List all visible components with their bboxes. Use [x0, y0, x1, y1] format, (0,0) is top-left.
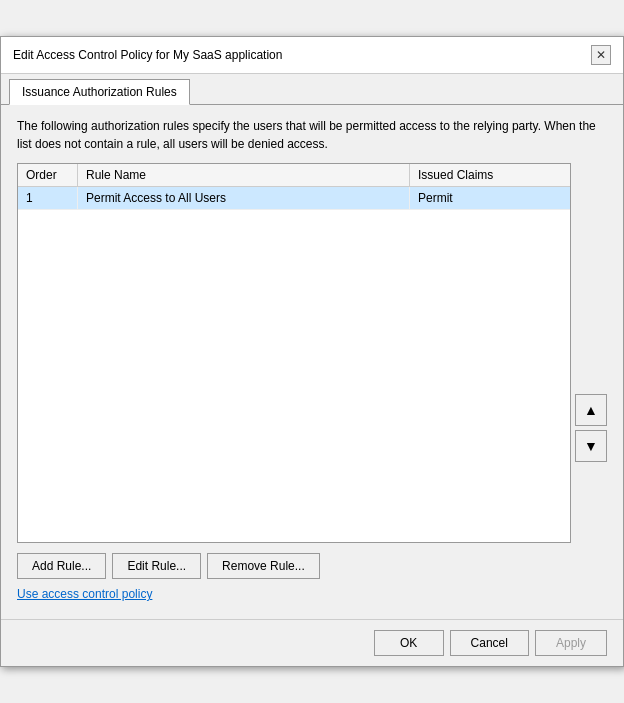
- edit-rule-button[interactable]: Edit Rule...: [112, 553, 201, 579]
- tab-bar: Issuance Authorization Rules: [1, 78, 623, 105]
- arrow-down-icon: ▼: [584, 438, 598, 454]
- cancel-button[interactable]: Cancel: [450, 630, 529, 656]
- cell-order: 1: [18, 187, 78, 209]
- description-text: The following authorization rules specif…: [17, 117, 607, 153]
- move-up-button[interactable]: ▲: [575, 394, 607, 426]
- arrow-up-icon: ▲: [584, 402, 598, 418]
- access-control-policy-link[interactable]: Use access control policy: [17, 587, 152, 601]
- col-header-rulename: Rule Name: [78, 164, 410, 186]
- ok-button[interactable]: OK: [374, 630, 444, 656]
- rules-table: Order Rule Name Issued Claims 1 Permit A…: [17, 163, 571, 543]
- arrow-buttons: ▲ ▼: [575, 163, 607, 543]
- tab-issuance-authorization-rules[interactable]: Issuance Authorization Rules: [9, 79, 190, 105]
- table-body: 1 Permit Access to All Users Permit: [18, 187, 570, 539]
- add-rule-button[interactable]: Add Rule...: [17, 553, 106, 579]
- edit-access-control-dialog: Edit Access Control Policy for My SaaS a…: [0, 36, 624, 667]
- cell-claims: Permit: [410, 187, 570, 209]
- title-bar: Edit Access Control Policy for My SaaS a…: [1, 37, 623, 74]
- table-header: Order Rule Name Issued Claims: [18, 164, 570, 187]
- footer-buttons: OK Cancel Apply: [1, 619, 623, 666]
- move-down-button[interactable]: ▼: [575, 430, 607, 462]
- main-content: The following authorization rules specif…: [1, 105, 623, 613]
- action-buttons: Add Rule... Edit Rule... Remove Rule...: [17, 553, 607, 579]
- close-button[interactable]: ✕: [591, 45, 611, 65]
- col-header-claims: Issued Claims: [410, 164, 570, 186]
- remove-rule-button[interactable]: Remove Rule...: [207, 553, 320, 579]
- table-row[interactable]: 1 Permit Access to All Users Permit: [18, 187, 570, 210]
- col-header-order: Order: [18, 164, 78, 186]
- cell-rulename: Permit Access to All Users: [78, 187, 410, 209]
- table-area: Order Rule Name Issued Claims 1 Permit A…: [17, 163, 607, 543]
- apply-button[interactable]: Apply: [535, 630, 607, 656]
- dialog-title: Edit Access Control Policy for My SaaS a…: [13, 48, 282, 62]
